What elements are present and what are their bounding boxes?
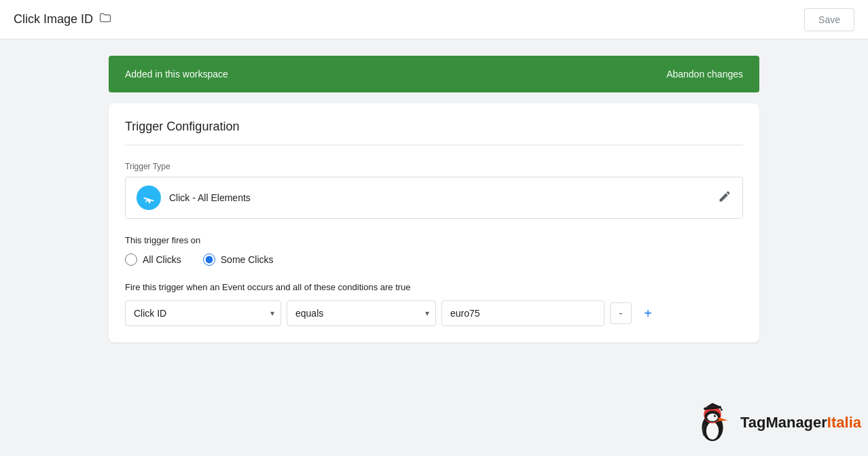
- config-card: Trigger Configuration Trigger Type Click…: [109, 103, 759, 343]
- trigger-type-name: Click - All Elements: [169, 192, 251, 203]
- operator-select-wrapper: equals contains starts with ends with ma…: [287, 300, 436, 326]
- operator-select[interactable]: equals contains starts with ends with ma…: [287, 300, 436, 326]
- edit-trigger-icon[interactable]: [718, 190, 731, 207]
- page-title: Click Image ID: [14, 12, 93, 27]
- brand-text-orange: Italia: [827, 414, 861, 431]
- remove-condition-button[interactable]: -: [610, 302, 632, 324]
- some-clicks-label: Some Clicks: [221, 254, 274, 265]
- svg-point-4: [707, 414, 718, 421]
- trigger-type-left: Click - All Elements: [137, 186, 251, 210]
- folder-icon[interactable]: [98, 11, 112, 28]
- add-condition-button[interactable]: +: [637, 302, 659, 324]
- some-clicks-radio[interactable]: [203, 253, 215, 266]
- field-select-wrapper: Click ID Click Classes Click Element Cli…: [125, 300, 281, 326]
- config-title: Trigger Configuration: [125, 120, 743, 145]
- save-button[interactable]: Save: [804, 8, 854, 31]
- abandon-changes-link[interactable]: Abandon changes: [666, 69, 743, 80]
- condition-row: Click ID Click Classes Click Element Cli…: [125, 300, 743, 326]
- radio-group: All Clicks Some Clicks: [125, 253, 743, 266]
- workspace-banner: Added in this workspace Abandon changes: [109, 56, 759, 92]
- woodpecker-logo-icon: [686, 396, 739, 449]
- condition-label: Fire this trigger when an Event occurs a…: [125, 282, 743, 292]
- trigger-type-label: Trigger Type: [125, 162, 743, 171]
- all-clicks-label: All Clicks: [143, 254, 181, 265]
- all-clicks-radio[interactable]: [125, 253, 137, 266]
- header: Click Image ID Save: [0, 0, 868, 39]
- svg-point-1: [706, 422, 719, 440]
- some-clicks-option[interactable]: Some Clicks: [203, 253, 274, 266]
- all-clicks-option[interactable]: All Clicks: [125, 253, 181, 266]
- condition-value-input[interactable]: [441, 300, 604, 326]
- trigger-type-box[interactable]: Click - All Elements: [125, 177, 743, 219]
- header-left: Click Image ID: [14, 11, 112, 28]
- branding: TagManagerItalia: [686, 396, 861, 449]
- brand-text-black: TagManager: [740, 414, 827, 431]
- svg-point-7: [715, 415, 715, 416]
- svg-marker-8: [718, 417, 727, 421]
- brand-text: TagManagerItalia: [740, 414, 861, 432]
- trigger-click-icon: [137, 186, 161, 210]
- field-select[interactable]: Click ID Click Classes Click Element Cli…: [125, 300, 281, 326]
- main-content: Added in this workspace Abandon changes …: [0, 39, 868, 359]
- svg-point-6: [714, 415, 717, 417]
- workspace-banner-text: Added in this workspace: [125, 69, 228, 80]
- fires-on-label: This trigger fires on: [125, 235, 743, 245]
